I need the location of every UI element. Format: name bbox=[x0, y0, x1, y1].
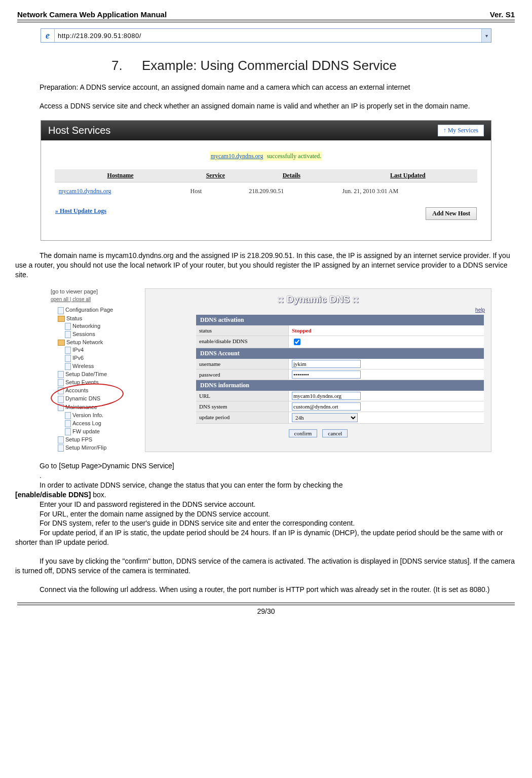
header-title-left: Network Camera Web Application Manual bbox=[17, 10, 167, 19]
label-url: URL bbox=[196, 391, 289, 401]
footer-divider bbox=[17, 603, 515, 605]
tree-maintenance[interactable]: Maintenance bbox=[51, 403, 142, 412]
dyn-panel-title: :: Dynamic DNS :: bbox=[278, 294, 359, 305]
add-new-host-button[interactable]: Add New Host bbox=[426, 207, 477, 220]
section-heading: 7. Example: Using Commercial DDNS Servic… bbox=[111, 58, 502, 73]
help-link[interactable]: help bbox=[145, 307, 491, 315]
host-services-panel: Host Services ↑ My Services mycam10.dynd… bbox=[41, 120, 491, 241]
tree-dynamic-dns[interactable]: Dynamic DNS bbox=[51, 395, 142, 403]
select-update-period[interactable]: 24h bbox=[292, 413, 358, 422]
cell-details: 218.209.90.51 bbox=[245, 182, 338, 200]
paragraph-domain-explain: The domain name is mycam10.dyndns.org an… bbox=[15, 251, 517, 280]
tree-version-info[interactable]: Version Info. bbox=[51, 412, 142, 420]
host-services-title: Host Services bbox=[48, 125, 110, 136]
paragraph-preparation: Preparation: A DDNS service account, an … bbox=[15, 83, 517, 92]
th-updated[interactable]: Last Updated bbox=[338, 169, 478, 182]
cancel-button[interactable]: cancel bbox=[322, 429, 348, 437]
tree-ipv4[interactable]: IPv4 bbox=[51, 346, 142, 354]
tree-ipv6[interactable]: IPv6 bbox=[51, 354, 142, 362]
th-details[interactable]: Details bbox=[245, 169, 338, 182]
paragraph-access: Access a DDNS service site and check whe… bbox=[15, 101, 517, 111]
page-number: 29/30 bbox=[15, 607, 517, 619]
tree-setup-events[interactable]: Setup Events bbox=[51, 379, 142, 387]
dynamic-dns-panel: :: Dynamic DNS :: help DDNS activation s… bbox=[145, 288, 491, 452]
tree-setup-fps[interactable]: Setup FPS bbox=[51, 436, 142, 444]
input-dns-system[interactable] bbox=[292, 402, 361, 411]
tree-networking[interactable]: Networking bbox=[51, 322, 142, 330]
cell-service: Host bbox=[186, 182, 245, 200]
header-title-right: Ver. S1 bbox=[490, 10, 515, 19]
section-title: Example: Using Commercial DDNS Service bbox=[142, 58, 502, 73]
notice-domain[interactable]: mycam10.dyndns.org bbox=[210, 152, 264, 161]
paragraph-id: Enter your ID and password registered in… bbox=[15, 500, 517, 509]
th-service[interactable]: Service bbox=[186, 169, 245, 182]
tree-fw-update[interactable]: FW update bbox=[51, 428, 142, 436]
address-bar: e http://218.209.90.51:8080/ ▾ bbox=[41, 28, 491, 43]
input-username[interactable] bbox=[292, 360, 361, 368]
goto-viewer-link[interactable]: [go to viewer page] bbox=[51, 288, 142, 294]
label-dns-system: DNS system bbox=[196, 401, 289, 412]
tree-access-log[interactable]: Access Log bbox=[51, 420, 142, 428]
paragraph-update-period: For update period, if an IP is static, t… bbox=[15, 528, 517, 547]
label-update-period: update period bbox=[196, 412, 289, 423]
checkbox-enable-ddns[interactable] bbox=[294, 339, 300, 345]
tree-accounts[interactable]: Accounts bbox=[51, 387, 142, 395]
activation-notice: mycam10.dyndns.org successfully activate… bbox=[41, 153, 491, 160]
paragraph-confirm: If you save by clicking the "confirm" bu… bbox=[15, 557, 517, 576]
label-username: username bbox=[196, 359, 289, 369]
paragraph-enable-a: In order to activate DDNS service, chang… bbox=[40, 481, 343, 489]
section-ddns-activation: DDNS activation bbox=[196, 315, 484, 325]
paragraph-connect: Connect via the following url address. W… bbox=[15, 585, 517, 595]
th-hostname[interactable]: Hostname bbox=[55, 169, 186, 182]
section-ddns-info: DDNS information bbox=[196, 380, 484, 391]
host-table: Hostname Service Details Last Updated my… bbox=[55, 169, 478, 200]
address-bar-dropdown-icon[interactable]: ▾ bbox=[481, 29, 491, 42]
value-status: Stopped bbox=[289, 325, 484, 336]
table-row: mycam10.dyndns.org Host 218.209.90.51 Ju… bbox=[55, 182, 478, 200]
address-bar-url[interactable]: http://218.209.90.51:8080/ bbox=[55, 32, 481, 40]
tree-setup-network[interactable]: Setup Network bbox=[51, 339, 142, 346]
paragraph-url: For URL, enter the domain name assigned … bbox=[15, 509, 517, 519]
section-number: 7. bbox=[111, 58, 142, 73]
label-enable-ddns: enable/disable DDNS bbox=[196, 336, 289, 348]
paragraph-goto: Go to [Setup Page>Dynamic DNS Service] bbox=[40, 462, 174, 470]
open-close-all[interactable]: open all | close all bbox=[51, 297, 142, 302]
host-update-logs-link[interactable]: » Host Update Logs bbox=[55, 207, 106, 220]
input-password[interactable] bbox=[292, 371, 361, 379]
config-tree: [go to viewer page] open all | close all… bbox=[51, 288, 142, 452]
tree-setup-datetime[interactable]: Setup Date/Time bbox=[51, 371, 142, 379]
enable-disable-box-label: [enable/disable DDNS] bbox=[15, 491, 91, 499]
confirm-button[interactable]: confirm bbox=[289, 429, 318, 437]
tree-status[interactable]: Status bbox=[51, 315, 142, 322]
tree-sessions[interactable]: Sessions bbox=[51, 330, 142, 339]
tree-wireless[interactable]: Wireless bbox=[51, 362, 142, 371]
ie-icon: e bbox=[41, 29, 55, 42]
section-ddns-account: DDNS Account bbox=[196, 348, 484, 359]
header-divider bbox=[17, 20, 515, 22]
input-url[interactable] bbox=[292, 392, 361, 400]
notice-suffix: successfully activated. bbox=[264, 152, 322, 161]
cell-hostname[interactable]: mycam10.dyndns.org bbox=[55, 182, 186, 200]
my-services-link[interactable]: ↑ My Services bbox=[438, 125, 484, 136]
cell-updated: Jun. 21, 2010 3:01 AM bbox=[338, 182, 478, 200]
tree-config-page[interactable]: Configuration Page bbox=[51, 306, 142, 314]
tree-setup-mirror[interactable]: Setup Mirror/Flip bbox=[51, 444, 142, 452]
label-password: password bbox=[196, 369, 289, 380]
paragraph-dns-system: For DNS system, refer to the user's guid… bbox=[15, 518, 517, 528]
label-status: status bbox=[196, 325, 289, 336]
paragraph-enable-b: box. bbox=[91, 491, 106, 499]
paragraph-dot: . bbox=[40, 471, 42, 479]
